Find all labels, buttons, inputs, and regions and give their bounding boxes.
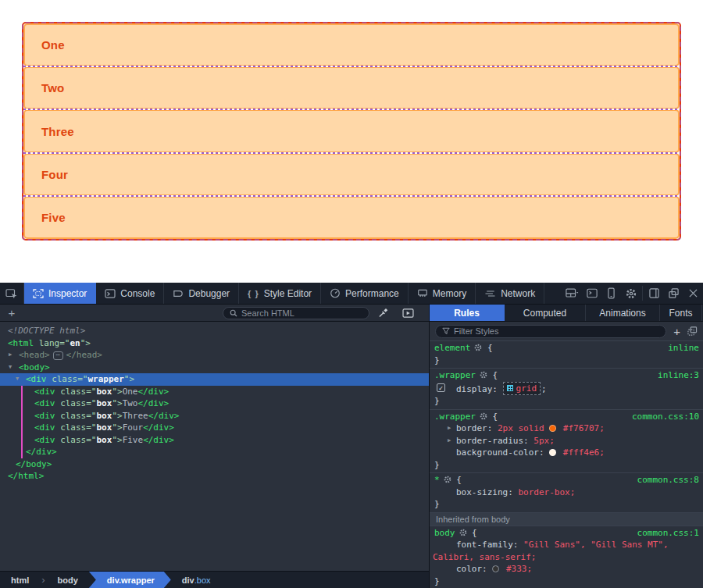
responsive-mode-button[interactable] <box>601 283 621 304</box>
markup-line[interactable]: ▶<head>⋯</head> <box>0 349 429 362</box>
rule-selector-line: .wrapper {inline:3 <box>430 369 703 382</box>
stylesheet-link[interactable]: common.css:10 <box>632 411 699 423</box>
stylesheet-link[interactable]: inline:3 <box>658 369 699 382</box>
eyedropper-button[interactable] <box>378 308 388 318</box>
split-console-icon <box>587 288 598 298</box>
tab-console[interactable]: Console <box>96 283 164 304</box>
token: </div> <box>143 435 174 445</box>
markup-line[interactable]: <!DOCTYPE html> <box>0 325 429 337</box>
css-declaration[interactable]: ✓display: grid; <box>430 382 703 396</box>
tab-memory[interactable]: Memory <box>409 283 476 304</box>
selector-highlight-icon[interactable] <box>480 371 487 379</box>
markup-line[interactable]: <div class="box">One</div> <box>0 386 429 398</box>
selector[interactable]: element <box>434 343 470 353</box>
css-declaration[interactable]: background-color: #fff4e6; <box>430 447 703 459</box>
selector[interactable]: .wrapper <box>434 412 476 422</box>
color-swatch[interactable] <box>549 425 556 432</box>
selector-highlight-icon[interactable] <box>474 344 482 351</box>
token: box <box>97 387 112 397</box>
breadcrumb-item-div-box[interactable]: div.box <box>171 572 222 588</box>
color-swatch[interactable] <box>549 449 556 456</box>
add-node-button[interactable]: + <box>0 305 23 321</box>
selector-highlight-icon[interactable] <box>459 529 467 536</box>
play-box-icon <box>402 308 414 318</box>
tab-rules[interactable]: Rules <box>430 305 505 321</box>
tab-fonts[interactable]: Fonts <box>660 305 702 321</box>
expand-arrow-icon[interactable]: ▶ <box>448 435 451 447</box>
property-value: Calibri, sans-serif; <box>433 552 536 562</box>
separate-window-button[interactable] <box>664 283 683 304</box>
breadcrumb-item-div-wrapper[interactable]: div.wrapper <box>89 572 171 588</box>
breadcrumb-label: html <box>11 576 29 585</box>
sidebar-toggle-button[interactable] <box>644 283 664 304</box>
pseudo-class-button[interactable] <box>687 326 698 336</box>
markup-line[interactable]: ▼<div class="wrapper"> <box>0 373 429 386</box>
tab-label: Performance <box>345 288 399 299</box>
markup-line[interactable]: <div class="box">Three</div> <box>0 410 429 422</box>
selector[interactable]: body <box>434 528 455 538</box>
css-declaration[interactable]: font-family: "Gill Sans", "Gill Sans MT"… <box>430 539 703 551</box>
css-declaration[interactable]: box-sizing: border-box; <box>430 486 703 499</box>
tab-inspector[interactable]: Inspector <box>24 283 96 304</box>
tab-network[interactable]: Network <box>476 283 544 304</box>
search-input[interactable]: Search HTML <box>223 307 369 319</box>
paused-debugger-button[interactable] <box>402 308 414 318</box>
devtools-main: <!DOCTYPE html><html lang="en">▶<head>⋯<… <box>0 322 703 588</box>
split-console-button[interactable] <box>582 283 601 304</box>
grid-highlighter-toggle[interactable]: grid <box>503 382 541 396</box>
markup-line[interactable]: <html lang="en"> <box>0 337 429 350</box>
selector-highlight-icon[interactable] <box>444 476 451 483</box>
twisty-right-icon[interactable]: ▶ <box>9 349 12 362</box>
css-declaration-wrap: Calibri, sans-serif; <box>430 551 703 564</box>
open-brace: { <box>467 528 477 538</box>
markup-line[interactable]: </body> <box>0 458 429 471</box>
tab-performance[interactable]: Performance <box>321 283 409 304</box>
token: box <box>97 435 112 445</box>
filter-styles-input[interactable]: Filter Styles <box>435 325 666 338</box>
css-declaration[interactable]: color: #333; <box>430 563 703 576</box>
css-declaration[interactable]: ▶border: 2px solid #f76707; <box>430 422 703 435</box>
tab-label: Fonts <box>669 308 692 319</box>
selector[interactable]: * <box>434 475 440 485</box>
stylesheet-link[interactable]: common.css:8 <box>637 474 699 486</box>
css-declaration[interactable]: ▶border-radius: 5px; <box>430 435 703 447</box>
selector[interactable]: .wrapper <box>434 370 476 380</box>
tab-label: Style Editor <box>264 288 312 299</box>
demo-grid: OneTwoThreeFourFive <box>23 23 680 239</box>
markup-line[interactable]: <div class="box">Four</div> <box>0 422 429 434</box>
breadcrumb-class: .box <box>194 576 211 585</box>
token: box <box>97 422 112 433</box>
breadcrumb-item-html[interactable]: html <box>0 572 40 588</box>
dock-options-icon <box>566 288 579 298</box>
add-rule-button[interactable]: + <box>673 325 680 338</box>
markup-line[interactable]: </div> <box>0 446 429 458</box>
token: </body> <box>16 459 52 469</box>
color-swatch[interactable] <box>492 565 499 572</box>
tab-label: Inspector <box>48 288 87 299</box>
node-picker-button[interactable] <box>0 283 24 304</box>
box-label: One <box>41 38 65 52</box>
twisty-down-icon[interactable]: ▼ <box>9 362 12 374</box>
tab-debugger[interactable]: Debugger <box>164 283 239 304</box>
close-devtools-button[interactable] <box>683 283 703 304</box>
declaration-checkbox[interactable]: ✓ <box>437 383 445 392</box>
markup-line[interactable]: ▼<body> <box>0 362 429 374</box>
stylesheet-link[interactable]: common.css:1 <box>637 527 699 540</box>
tab-label: Network <box>501 288 535 299</box>
selector-highlight-icon[interactable] <box>480 412 487 420</box>
markup-line[interactable]: </html> <box>0 470 429 483</box>
tab-style-editor[interactable]: { }Style Editor <box>239 283 321 304</box>
token: wrapper <box>88 374 124 384</box>
property-name: display: <box>456 383 503 394</box>
dock-options-button[interactable] <box>562 283 582 304</box>
tab-animations[interactable]: Animations <box>586 305 660 321</box>
markup-line[interactable]: <div class="box">Two</div> <box>0 397 429 410</box>
breadcrumb-item-body[interactable]: body <box>47 572 89 588</box>
pseudo-class-icon <box>687 326 698 336</box>
expand-arrow-icon[interactable]: ▶ <box>448 422 451 435</box>
tab-computed[interactable]: Computed <box>505 305 586 321</box>
markup-line[interactable]: <div class="box">Five</div> <box>0 434 429 447</box>
twisty-down-icon[interactable]: ▼ <box>16 373 19 386</box>
stylesheet-link[interactable]: inline <box>668 342 699 355</box>
settings-button[interactable] <box>621 283 641 304</box>
